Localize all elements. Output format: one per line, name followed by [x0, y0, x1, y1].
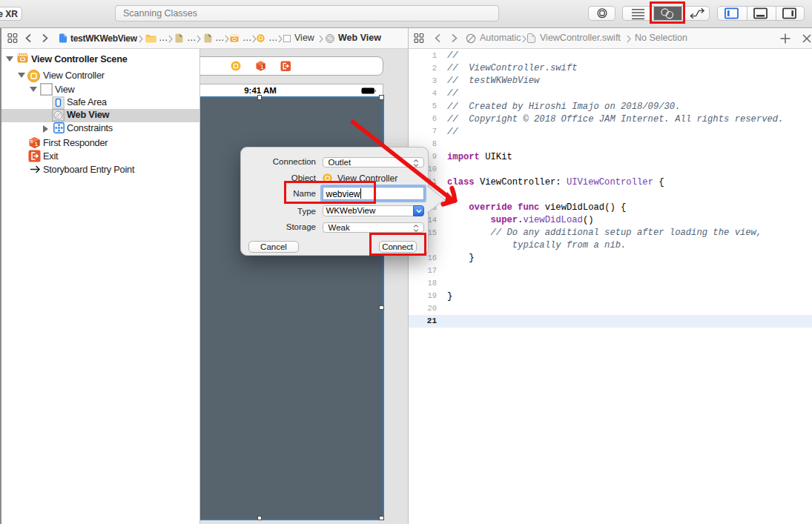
svg-text:1: 1	[260, 64, 263, 70]
svg-text:1: 1	[35, 141, 38, 147]
